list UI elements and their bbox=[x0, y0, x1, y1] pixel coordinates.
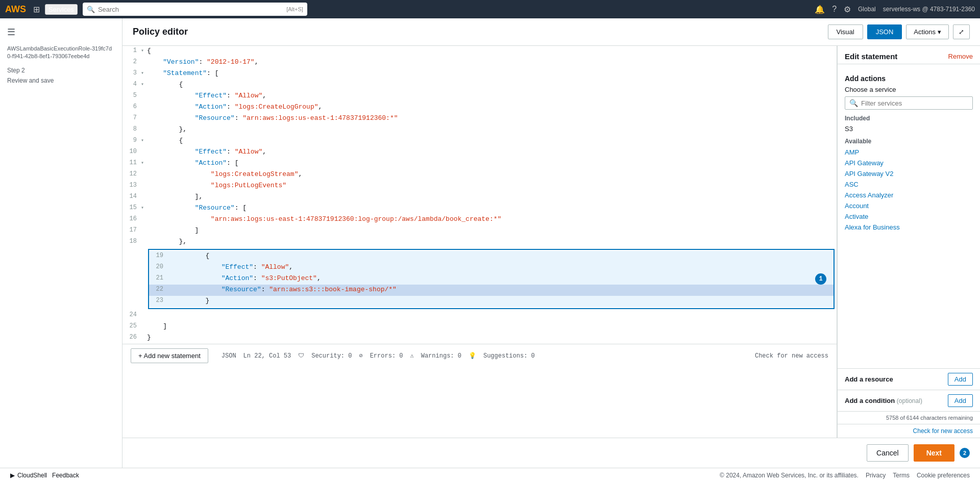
policy-editor-actions: Visual JSON Actions ▾ ⤢ bbox=[828, 24, 970, 39]
check-new-access-link[interactable]: Check for new access bbox=[755, 352, 828, 360]
available-item-alexa[interactable]: Alexa for Business bbox=[845, 222, 973, 233]
privacy-link[interactable]: Privacy bbox=[866, 472, 886, 479]
add-actions-label: Add actions bbox=[845, 74, 973, 83]
next-button[interactable]: Next bbox=[914, 444, 954, 462]
actions-label: Actions bbox=[914, 28, 936, 36]
code-line-19: 19 { bbox=[149, 251, 834, 262]
code-line-3: 3 ▾ "Statement": [ bbox=[122, 68, 837, 80]
visual-button[interactable]: Visual bbox=[828, 24, 863, 39]
right-panel-body: Add actions Choose a service 🔍 Included … bbox=[838, 64, 980, 365]
right-panel-title: Edit statement bbox=[845, 52, 897, 61]
policy-container: Policy editor Visual JSON Actions ▾ ⤢ 1 … bbox=[122, 18, 980, 468]
code-line-6: 6 "Action": "logs:CreateLogGroup", bbox=[122, 102, 837, 113]
terms-link[interactable]: Terms bbox=[893, 472, 910, 479]
search-input[interactable] bbox=[98, 6, 283, 13]
code-line-12: 12 "logs:CreateLogStream", bbox=[122, 169, 837, 181]
feedback-button[interactable]: Feedback bbox=[52, 472, 79, 479]
status-json: JSON bbox=[222, 352, 236, 360]
action-bar: Cancel Next 2 bbox=[122, 438, 980, 468]
chars-remaining: 5758 of 6144 characters remaining bbox=[838, 411, 980, 424]
code-line-13: 13 "logs:PutLogEvents" bbox=[122, 181, 837, 192]
footer-right: © 2024, Amazon Web Services, Inc. or its… bbox=[720, 472, 970, 479]
included-s3-item[interactable]: S3 bbox=[845, 124, 973, 134]
available-item-amp[interactable]: AMP bbox=[845, 147, 973, 158]
status-errors: Errors: 0 bbox=[370, 352, 403, 360]
filter-services-input[interactable] bbox=[861, 99, 968, 107]
next-step-badge: 2 bbox=[960, 448, 970, 458]
add-condition-button[interactable]: Add bbox=[948, 394, 973, 407]
choose-service-label: Choose a service bbox=[845, 86, 973, 93]
code-line-5: 5 "Effect": "Allow", bbox=[122, 91, 837, 102]
code-line-22: 22 "Resource": "arn:aws:s3:::book-image-… bbox=[149, 285, 834, 296]
sidebar-breadcrumb: AWSLambdaBasicExecutionRole-319fc7d0-f94… bbox=[0, 41, 122, 65]
code-line-9: 9 ▾ { bbox=[122, 136, 837, 147]
available-item-api-gateway[interactable]: API Gateway bbox=[845, 158, 973, 168]
warning-icon: ⚠ bbox=[410, 352, 413, 360]
help-icon[interactable]: ? bbox=[832, 5, 837, 14]
notification-icon[interactable]: 🔔 bbox=[815, 5, 825, 14]
expand-button[interactable]: ⤢ bbox=[953, 24, 970, 39]
terminal-icon: ▶ bbox=[10, 472, 15, 479]
policy-editor-title: Policy editor bbox=[133, 27, 828, 37]
code-line-1: 1 ▾ { bbox=[122, 46, 837, 57]
available-label: Available bbox=[845, 138, 973, 145]
search-shortcut: [Alt+S] bbox=[286, 6, 303, 12]
sidebar-menu-toggle[interactable]: ☰ bbox=[0, 23, 122, 41]
grid-icon[interactable]: ⊞ bbox=[33, 5, 40, 14]
code-line-20: 20 "Effect": "Allow", bbox=[149, 262, 834, 273]
code-line-24: 24 bbox=[122, 310, 837, 321]
check-new-access-right[interactable]: Check for new access bbox=[838, 424, 980, 438]
available-item-activate[interactable]: Activate bbox=[845, 211, 973, 222]
code-line-21: 21 "Action": "s3:PutObject", bbox=[149, 273, 834, 285]
status-position: Ln 22, Col 53 bbox=[243, 352, 291, 360]
status-security: Security: 0 bbox=[311, 352, 352, 360]
add-resource-row: Add a resource Add bbox=[838, 368, 980, 390]
code-line-17: 17 ] bbox=[122, 225, 837, 237]
code-line-25: 25 ] bbox=[122, 321, 837, 333]
cloudshell-label: CloudShell bbox=[17, 472, 47, 479]
main-content: Policy editor Visual JSON Actions ▾ ⤢ 1 … bbox=[122, 18, 980, 468]
code-line-26: 26 } bbox=[122, 333, 837, 344]
suggestion-icon: 💡 bbox=[469, 352, 476, 360]
sidebar: ☰ AWSLambdaBasicExecutionRole-319fc7d0-f… bbox=[0, 18, 122, 468]
services-button[interactable]: Services bbox=[45, 4, 78, 15]
account-selector[interactable]: serverless-ws @ 4783-7191-2360 bbox=[883, 6, 975, 13]
aws-logo: AWS bbox=[5, 4, 26, 15]
code-editor[interactable]: 1 ▾ { 2 "Version": "2012-10-17", 3 ▾ "St… bbox=[122, 46, 837, 438]
code-line-23: 23 } bbox=[149, 296, 834, 307]
status-warnings: Warnings: 0 bbox=[421, 352, 461, 360]
actions-button[interactable]: Actions ▾ bbox=[906, 24, 949, 39]
top-navigation: AWS ⊞ Services 🔍 [Alt+S] 🔔 ? ⚙ Global se… bbox=[0, 0, 980, 18]
footer-copyright: © 2024, Amazon Web Services, Inc. or its… bbox=[720, 472, 859, 479]
code-line-16: 16 "arn:aws:logs:us-east-1:478371912360:… bbox=[122, 214, 837, 225]
add-resource-label: Add a resource bbox=[845, 375, 893, 383]
remove-statement-button[interactable]: Remove bbox=[948, 53, 973, 60]
included-label: Included bbox=[845, 115, 973, 122]
available-item-api-gateway-v2[interactable]: API Gateway V2 bbox=[845, 168, 973, 179]
code-line-18: 18 }, bbox=[122, 237, 837, 248]
add-resource-button[interactable]: Add bbox=[948, 373, 973, 386]
add-condition-row: Add a condition (optional) Add bbox=[838, 390, 980, 411]
available-item-account[interactable]: Account bbox=[845, 200, 973, 211]
footer: ▶ CloudShell Feedback © 2024, Amazon Web… bbox=[0, 468, 980, 482]
code-line-10: 10 "Effect": "Allow", bbox=[122, 147, 837, 158]
search-icon: 🔍 bbox=[87, 6, 95, 13]
policy-editor-header: Policy editor Visual JSON Actions ▾ ⤢ bbox=[122, 18, 980, 46]
cloudshell-button[interactable]: ▶ CloudShell bbox=[10, 472, 47, 479]
code-line-4: 4 ▾ { bbox=[122, 80, 837, 91]
filter-services-wrapper: 🔍 bbox=[845, 96, 973, 110]
json-button[interactable]: JSON bbox=[867, 24, 902, 39]
code-line-15: 15 ▾ "Resource": [ bbox=[122, 203, 837, 214]
cookie-link[interactable]: Cookie preferences bbox=[917, 472, 970, 479]
region-selector[interactable]: Global bbox=[858, 6, 876, 13]
cancel-button[interactable]: Cancel bbox=[867, 444, 909, 462]
available-item-access-analyzer[interactable]: Access Analyzer bbox=[845, 190, 973, 200]
code-line-2: 2 "Version": "2012-10-17", bbox=[122, 57, 837, 68]
code-line-14: 14 ], bbox=[122, 192, 837, 203]
add-statement-button[interactable]: + Add new statement bbox=[131, 348, 208, 363]
editor-body: 1 ▾ { 2 "Version": "2012-10-17", 3 ▾ "St… bbox=[122, 46, 980, 438]
code-line-8: 8 }, bbox=[122, 124, 837, 136]
settings-icon[interactable]: ⚙ bbox=[844, 5, 851, 14]
nav-icons: 🔔 ? ⚙ Global serverless-ws @ 4783-7191-2… bbox=[815, 5, 975, 14]
available-item-asc[interactable]: ASC bbox=[845, 179, 973, 190]
